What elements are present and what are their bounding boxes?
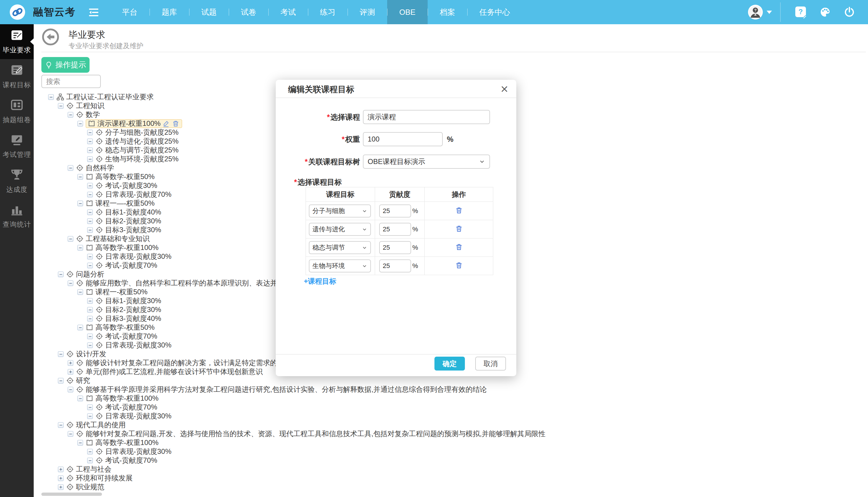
tree-node[interactable]: −现代工具的使用 [34, 421, 868, 429]
user-avatar[interactable]: ? [748, 4, 763, 20]
tree-node[interactable]: −能够基于科学原理并采用科学方法对复杂工程问题进行研究,包括设计实验、分析与解释… [34, 385, 868, 394]
tree-toggle-minus-icon[interactable]: − [87, 316, 93, 322]
back-button[interactable] [42, 28, 59, 45]
nav-item-平台[interactable]: 平台 [110, 0, 150, 24]
nav-item-练习[interactable]: 练习 [308, 0, 347, 24]
tree-toggle-minus-icon[interactable]: − [87, 192, 93, 197]
tree-toggle-minus-icon[interactable]: − [68, 431, 73, 437]
sidebar-item-课程目标[interactable]: 课程目标 [0, 59, 34, 94]
tree-toggle-minus-icon[interactable]: − [87, 130, 93, 135]
tree-toggle-minus-icon[interactable]: − [68, 165, 73, 171]
tree-toggle-minus-icon[interactable]: − [87, 333, 93, 339]
nav-item-试题[interactable]: 试题 [189, 0, 229, 24]
user-menu-caret-icon[interactable] [767, 11, 772, 14]
tree-toggle-plus-icon[interactable]: + [68, 360, 73, 366]
nav-item-评测[interactable]: 评测 [347, 0, 387, 24]
edit-node-icon[interactable] [162, 120, 170, 127]
delete-objective-icon[interactable] [455, 243, 463, 251]
tree-toggle-minus-icon[interactable]: − [87, 147, 93, 153]
tree-node[interactable]: −高等数学-权重100% [34, 438, 868, 447]
add-objective-link[interactable]: +课程目标 [304, 276, 336, 286]
logout-power-icon[interactable] [844, 6, 855, 18]
tree-node[interactable]: −能够针对复杂工程问题,开发、选择与使用恰当的技术、资源、现代工程工具和信息技术… [34, 429, 868, 438]
tree-toggle-minus-icon[interactable]: − [68, 236, 73, 242]
objective-select[interactable]: 遗传与进化 [309, 223, 371, 236]
delete-objective-icon[interactable] [455, 261, 463, 269]
tree-node[interactable]: −高等数学-权重100% [34, 394, 868, 403]
tree-toggle-minus-icon[interactable]: − [87, 183, 93, 188]
objective-select[interactable]: 生物与环境 [309, 259, 371, 272]
tree-toggle-minus-icon[interactable]: − [87, 413, 93, 419]
tree-toggle-minus-icon[interactable]: − [77, 440, 83, 445]
objective-select[interactable]: 稳态与调节 [309, 241, 371, 254]
tree-toggle-minus-icon[interactable]: − [77, 396, 83, 401]
tree-node[interactable]: +职业规范 [34, 483, 868, 492]
nav-item-OBE[interactable]: OBE [387, 0, 428, 24]
nav-item-考试[interactable]: 考试 [268, 0, 308, 24]
menu-collapse-icon[interactable] [89, 8, 99, 17]
tree-toggle-minus-icon[interactable]: − [68, 112, 73, 118]
tree-toggle-minus-icon[interactable]: − [87, 254, 93, 259]
sidebar-item-达成度[interactable]: 达成度 [0, 164, 34, 199]
delete-node-icon[interactable] [172, 120, 180, 127]
tree-toggle-minus-icon[interactable]: − [87, 210, 93, 215]
tree-toggle-minus-icon[interactable]: − [87, 139, 93, 144]
tree-toggle-minus-icon[interactable]: − [87, 307, 93, 313]
tree-toggle-minus-icon[interactable]: − [87, 298, 93, 304]
tree-toggle-minus-icon[interactable]: − [58, 272, 63, 277]
nav-item-题库[interactable]: 题库 [150, 0, 189, 24]
sidebar-item-毕业要求[interactable]: 毕业要求 [0, 24, 34, 59]
tree-toggle-plus-icon[interactable]: + [58, 467, 63, 472]
tree-toggle-minus-icon[interactable]: − [68, 280, 73, 286]
tree-toggle-minus-icon[interactable]: − [77, 174, 83, 180]
selected-tree-node[interactable]: 演示课程-权重100% [86, 119, 182, 128]
contribution-input[interactable] [379, 259, 411, 272]
tips-button[interactable]: 操作提示 [41, 57, 89, 73]
tree-toggle-minus-icon[interactable]: − [77, 201, 83, 206]
tree-toggle-minus-icon[interactable]: − [77, 325, 83, 330]
tree-toggle-minus-icon[interactable]: − [58, 378, 63, 384]
tree-node[interactable]: −日常表现-贡献度30% [34, 412, 868, 421]
nav-item-档案[interactable]: 档案 [428, 0, 467, 24]
confirm-button[interactable]: 确定 [435, 357, 465, 371]
weight-input[interactable] [363, 132, 443, 146]
tree-node[interactable]: −考试-贡献度70% [34, 456, 868, 465]
tree-toggle-minus-icon[interactable]: − [87, 227, 93, 233]
course-input[interactable] [363, 110, 490, 124]
tree-toggle-plus-icon[interactable]: + [58, 475, 63, 481]
tree-toggle-minus-icon[interactable]: − [87, 263, 93, 268]
tree-toggle-minus-icon[interactable]: − [68, 387, 73, 393]
contribution-input[interactable] [379, 241, 411, 254]
tree-toggle-minus-icon[interactable]: − [87, 449, 93, 454]
objective-tree-select[interactable]: OBE课程目标演示 [363, 155, 490, 169]
tree-node[interactable]: +工程与社会 [34, 465, 868, 474]
tree-toggle-minus-icon[interactable]: − [87, 458, 93, 463]
tree-toggle-minus-icon[interactable]: − [87, 218, 93, 224]
tree-toggle-minus-icon[interactable]: − [77, 245, 83, 251]
help-feedback-icon[interactable]: ? [795, 6, 807, 18]
tree-toggle-minus-icon[interactable]: − [87, 404, 93, 410]
tree-node[interactable]: −日常表现-贡献度30% [34, 447, 868, 456]
nav-item-试卷[interactable]: 试卷 [229, 0, 268, 24]
sidebar-item-考试管理[interactable]: 考试管理 [0, 129, 34, 164]
objective-select[interactable]: 分子与细胞 [309, 204, 371, 217]
tree-node[interactable]: −考试-贡献度70% [34, 403, 868, 412]
tree-node[interactable]: −研究 [34, 376, 868, 385]
delete-objective-icon[interactable] [455, 207, 463, 214]
tree-toggle-minus-icon[interactable]: − [77, 121, 83, 126]
delete-objective-icon[interactable] [455, 225, 463, 232]
tree-toggle-minus-icon[interactable]: − [87, 156, 93, 162]
tree-toggle-minus-icon[interactable]: − [58, 103, 63, 109]
tree-toggle-minus-icon[interactable]: − [48, 94, 54, 100]
search-input[interactable] [41, 75, 101, 88]
tree-toggle-plus-icon[interactable]: + [68, 369, 73, 375]
tree-node[interactable]: +环境和可持续发展 [34, 474, 868, 483]
tree-toggle-plus-icon[interactable]: + [58, 484, 63, 490]
tree-toggle-minus-icon[interactable]: − [58, 351, 63, 357]
tree-toggle-minus-icon[interactable]: − [87, 342, 93, 348]
theme-palette-icon[interactable] [820, 6, 831, 18]
contribution-input[interactable] [379, 223, 411, 236]
sidebar-item-抽题组卷[interactable]: 抽题组卷 [0, 94, 34, 129]
contribution-input[interactable] [379, 204, 411, 217]
horizontal-scrollbar[interactable] [41, 493, 102, 496]
